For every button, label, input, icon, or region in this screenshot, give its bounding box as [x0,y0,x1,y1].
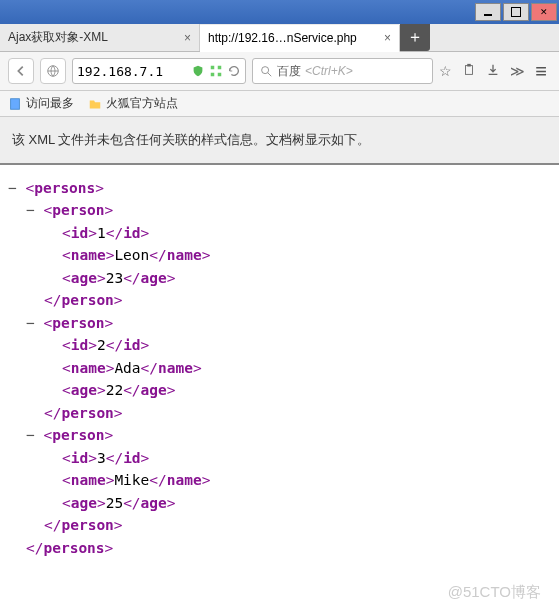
download-icon[interactable] [486,63,500,80]
svg-rect-3 [211,73,215,77]
xml-leaf: <age>22</age> [8,379,551,401]
window-maximize-button[interactable] [503,3,529,21]
arrow-left-icon [14,64,28,78]
xml-leaf: <id>3</id> [8,447,551,469]
globe-icon [46,64,60,78]
xml-node-close: </person> [8,514,551,536]
tab-label: Ajax获取对象-XML [8,29,108,46]
hamburger-menu-icon[interactable]: ≡ [531,60,551,83]
xml-node-close: </person> [8,289,551,311]
address-bar[interactable] [72,58,246,84]
bookmark-item-most-visited[interactable]: 访问最多 [8,95,74,112]
bookmark-label: 火狐官方站点 [106,95,178,112]
clipboard-icon[interactable] [462,63,476,80]
xml-leaf: <id>1</id> [8,222,551,244]
xml-notice-bar: 该 XML 文件并未包含任何关联的样式信息。文档树显示如下。 [0,117,559,165]
globe-button[interactable] [40,58,66,84]
svg-rect-7 [468,63,472,66]
folder-icon [88,97,102,111]
xml-node-open[interactable]: − <person> [8,312,551,334]
xml-leaf: <age>25</age> [8,492,551,514]
search-icon [259,64,273,78]
xml-leaf: <name>Ada</name> [8,357,551,379]
svg-rect-1 [211,66,215,70]
search-bar[interactable]: 百度 <Ctrl+K> [252,58,433,84]
xml-node-open[interactable]: − <person> [8,424,551,446]
overflow-icon[interactable]: ≫ [510,63,525,79]
tab-0[interactable]: Ajax获取对象-XML × [0,24,200,51]
bookmark-star-icon[interactable]: ☆ [439,63,452,79]
window-minimize-button[interactable] [475,3,501,21]
toolbar: 百度 <Ctrl+K> ☆ ≫ ≡ [0,52,559,91]
xml-root-close: </persons> [8,537,551,559]
search-placeholder: <Ctrl+K> [305,64,353,78]
xml-node-close: </person> [8,402,551,424]
bookmark-item-firefox[interactable]: 火狐官方站点 [88,95,178,112]
xml-leaf: <name>Leon</name> [8,244,551,266]
window-close-button[interactable] [531,3,557,21]
back-button[interactable] [8,58,34,84]
svg-rect-6 [466,65,473,74]
tab-close-icon[interactable]: × [184,31,191,45]
svg-rect-8 [11,98,20,109]
xml-node-open[interactable]: − <person> [8,199,551,221]
grid-icon [209,64,223,78]
notice-text: 该 XML 文件并未包含任何关联的样式信息。文档树显示如下。 [12,132,370,147]
tab-1[interactable]: http://192.16…nService.php × [200,25,400,52]
toolbar-right-icons: ☆ ≫ [439,63,525,80]
window-titlebar [0,0,559,24]
search-engine-label: 百度 [277,63,301,80]
address-input[interactable] [77,64,187,79]
xml-leaf: <id>2</id> [8,334,551,356]
refresh-icon[interactable] [227,64,241,78]
svg-rect-2 [218,66,222,70]
tab-label: http://192.16…nService.php [208,31,357,45]
bookmarks-bar: 访问最多 火狐官方站点 [0,91,559,117]
xml-leaf: <name>Mike</name> [8,469,551,491]
tabs-bar: Ajax获取对象-XML × http://192.16…nService.ph… [0,24,559,52]
svg-point-5 [262,67,269,74]
svg-rect-4 [218,73,222,77]
shield-icon [191,64,205,78]
xml-tree-view: − <persons>− <person><id>1</id><name>Leo… [0,165,559,571]
new-tab-button[interactable]: ＋ [400,24,430,51]
xml-root-open[interactable]: − <persons> [8,177,551,199]
bookmark-label: 访问最多 [26,95,74,112]
page-icon [8,97,22,111]
xml-leaf: <age>23</age> [8,267,551,289]
tab-close-icon[interactable]: × [384,31,391,45]
